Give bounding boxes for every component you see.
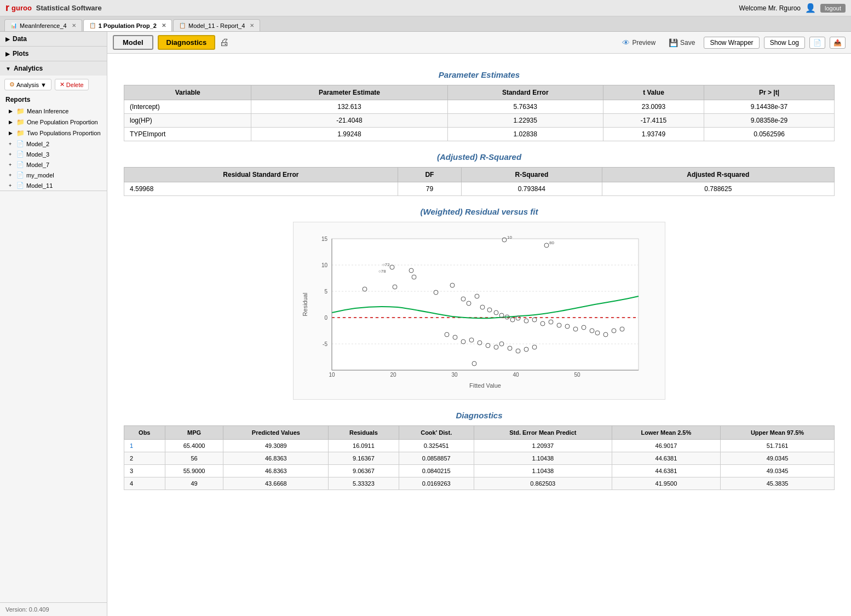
tab-model-report[interactable]: 📋 Model_11 - Report_4 ✕ [173, 19, 260, 31]
analysis-gear-icon: ⚙ [9, 81, 15, 88]
folder-icon-mean: 📁 [16, 107, 25, 115]
diag-pred-2: 46.8363 [223, 452, 329, 465]
diag-se-2: 1.10438 [474, 452, 612, 465]
sidebar-plots-header[interactable]: ▶ Plots [0, 47, 107, 61]
svg-text:15: 15 [321, 236, 328, 242]
diag-link-1[interactable]: 1 [130, 442, 133, 449]
tree-expander-mean: ▶ [9, 108, 14, 114]
diag-se-4: 0.862503 [474, 477, 612, 490]
diag-cook-4: 0.0169263 [399, 477, 474, 490]
model-button[interactable]: Model [113, 35, 153, 50]
pe-col-pr: Pr > |t| [704, 85, 835, 100]
tree-expander-m2: + [9, 141, 14, 147]
pe-type-t: 1.93749 [603, 128, 704, 141]
svg-text:20: 20 [390, 372, 396, 378]
sidebar-actions: ⚙ Analysis ▼ ✕ Delete [0, 76, 107, 94]
sidebar-data-label: Data [13, 35, 27, 43]
folder-icon-two: 📁 [16, 129, 25, 137]
diag-upper-3: 49.0345 [721, 465, 835, 477]
tab-mean-inference[interactable]: 📊 MeanInference_4 ✕ [4, 19, 82, 31]
diagnostics-title: Diagnostics [124, 411, 835, 420]
pe-type-var: TYPEImport [124, 128, 251, 141]
rs-adjrsq-val: 0.788625 [602, 182, 834, 196]
print-icon[interactable]: 🖨 [220, 37, 229, 48]
sidebar-item-model3[interactable]: + 📄 Model_3 [0, 149, 107, 159]
model-icon-m2: 📄 [16, 140, 24, 147]
welcome-text: Welcome Mr. Rguroo [739, 4, 801, 12]
save-label: Save [680, 39, 695, 47]
svg-text:Fitted Value: Fitted Value [469, 382, 501, 389]
save-button[interactable]: 💾 Save [664, 37, 699, 49]
rs-col-rsq: R-Squared [462, 168, 602, 182]
sidebar-data-header[interactable]: ▶ Data [0, 32, 107, 46]
sidebar-item-model7[interactable]: + 📄 Model_7 [0, 159, 107, 170]
table-row: TYPEImport 1.99248 1.02838 1.93749 0.056… [124, 128, 835, 141]
export-icon-button[interactable]: 📤 [830, 37, 846, 49]
tab-close-3[interactable]: ✕ [250, 22, 254, 28]
sidebar-item-model2[interactable]: + 📄 Model_2 [0, 139, 107, 149]
diag-resid-4: 5.33323 [329, 477, 399, 490]
app-title: Statistical Software [36, 4, 102, 12]
param-estimates-title: Parameter Estimates [124, 70, 835, 79]
tab-close-1[interactable]: ✕ [72, 22, 76, 28]
pe-intercept-t: 23.0093 [603, 100, 704, 114]
rs-col-df: DF [398, 168, 461, 182]
residual-chart: 15 10 5 0 -5 10 20 30 40 50 Residual Fit… [299, 228, 649, 392]
diag-pred-3: 46.8363 [223, 465, 329, 477]
rs-rsq-val: 0.793844 [462, 182, 602, 196]
tab-close-2[interactable]: ✕ [162, 22, 166, 28]
diag-obs-2: 2 [124, 452, 165, 465]
diag-col-mpg: MPG [165, 426, 223, 440]
preview-button[interactable]: 👁 Preview [618, 37, 660, 49]
sidebar: ▶ Data ▶ Plots ▼ Analytics ⚙ Analysis ▼ [0, 32, 107, 616]
delete-x-icon: ✕ [60, 81, 65, 88]
model-icon-m7: 📄 [16, 161, 24, 168]
table-row: (Intercept) 132.613 5.76343 23.0093 9.14… [124, 100, 835, 114]
sidebar-item-model11[interactable]: + 📄 Model_11 [0, 180, 107, 191]
svg-text:0: 0 [324, 315, 327, 321]
pe-loghp-t: -17.4115 [603, 114, 704, 128]
sidebar-plots-label: Plots [13, 50, 28, 57]
logout-button[interactable]: logout [820, 4, 846, 13]
pe-type-se: 1.02838 [447, 128, 603, 141]
diag-obs-1: 1 [124, 440, 165, 452]
diagnostics-button[interactable]: Diagnostics [158, 35, 216, 50]
analysis-dropdown-icon: ▼ [41, 82, 47, 88]
sidebar-data-section: ▶ Data [0, 32, 107, 47]
show-log-button[interactable]: Show Log [764, 37, 805, 49]
sidebar-item-one-pop-prop[interactable]: ▶ 📁 One Population Proportion [0, 117, 107, 128]
tree-label-mm: my_model [26, 172, 54, 179]
diag-cook-2: 0.0858857 [399, 452, 474, 465]
tab-population-prop[interactable]: 📋 1 Population Prop_2 ✕ [83, 19, 172, 31]
pe-col-stderr: Standard Error [447, 85, 603, 100]
table-row: 4.59968 79 0.793844 0.788625 [124, 182, 835, 196]
sidebar-item-mean-inference[interactable]: ▶ 📁 Mean Inference [0, 106, 107, 117]
show-wrapper-button[interactable]: Show Wrapper [704, 37, 759, 49]
svg-text:-5: -5 [323, 341, 327, 347]
tabbar: 📊 MeanInference_4 ✕ 📋 1 Population Prop_… [0, 16, 851, 32]
svg-text:50: 50 [574, 372, 580, 378]
preview-eye-icon: 👁 [622, 38, 630, 47]
chart-container: 15 10 5 0 -5 10 20 30 40 50 Residual Fit… [293, 222, 665, 400]
sidebar-analytics-section: ▼ Analytics ⚙ Analysis ▼ ✕ Delete Report… [0, 61, 107, 191]
delete-button[interactable]: ✕ Delete [55, 79, 89, 90]
sidebar-item-mymodel[interactable]: + 📄 my_model [0, 170, 107, 180]
pe-type-pr: 0.0562596 [704, 128, 835, 141]
tree-expander-two: ▶ [9, 130, 14, 136]
diag-upper-1: 51.7161 [721, 440, 835, 452]
diag-upper-4: 45.3835 [721, 477, 835, 490]
sidebar-analytics-header[interactable]: ▼ Analytics [0, 61, 107, 76]
diag-mpg-2: 56 [165, 452, 223, 465]
content-area: Model Diagnostics 🖨 👁 Preview 💾 Save Sho… [107, 32, 851, 616]
delete-label: Delete [66, 82, 84, 88]
reports-label: Reports [0, 94, 107, 106]
pdf-icon-button[interactable]: 📄 [809, 37, 825, 49]
tree-label-m3: Model_3 [26, 151, 49, 158]
table-row: 3 55.9000 46.8363 9.06367 0.0840215 1.10… [124, 465, 835, 477]
analysis-button[interactable]: ⚙ Analysis ▼ [4, 79, 51, 90]
rs-rse-val: 4.59968 [124, 182, 398, 196]
pe-loghp-est: -21.4048 [251, 114, 447, 128]
tree-label-two: Two Populations Proportion [27, 130, 101, 136]
sidebar-item-two-pop-prop[interactable]: ▶ 📁 Two Populations Proportion [0, 128, 107, 139]
rsquared-table: Residual Standard Error DF R-Squared Adj… [124, 167, 835, 196]
